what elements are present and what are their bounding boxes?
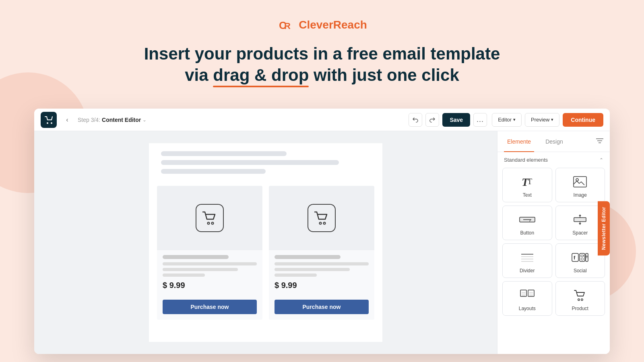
continue-button[interactable]: Continue xyxy=(563,113,603,127)
divider-element-label: Divider xyxy=(520,268,535,274)
page-header: C R CleverReach Insert your products in … xyxy=(0,0,644,86)
product-price-2: $ 9.99 xyxy=(275,281,369,290)
back-button[interactable]: ‹ xyxy=(62,114,73,125)
toolbar-logo xyxy=(41,112,57,128)
canvas-header xyxy=(149,143,382,182)
desc-bar-1-1 xyxy=(163,262,257,265)
main-area: $ 9.99 Purchase now xyxy=(34,131,610,354)
header-bar-1 xyxy=(161,151,287,156)
svg-point-7 xyxy=(320,222,322,224)
step-chevron-icon: ⌄ xyxy=(142,117,147,123)
newsletter-editor-tab[interactable]: Newsletter Editor xyxy=(598,201,610,255)
redo-button[interactable] xyxy=(425,113,439,127)
svg-rect-14 xyxy=(574,177,586,187)
products-row: $ 9.99 Purchase now xyxy=(149,182,382,328)
section-header-standard: Standard elements ⌃ xyxy=(497,152,610,168)
filter-icon[interactable] xyxy=(596,138,603,146)
button-element-label: Button xyxy=(520,230,534,236)
product-element-icon xyxy=(574,288,586,302)
product-image-2 xyxy=(269,186,374,250)
desc-bar-1-2 xyxy=(163,268,238,271)
editor-button[interactable]: Editor ▾ xyxy=(492,113,522,127)
element-divider[interactable]: Divider xyxy=(502,243,552,278)
logo-icon: C R xyxy=(277,16,295,34)
toolbar-right: Editor ▾ Preview ▾ Continue xyxy=(492,113,603,127)
text-element-label: Text xyxy=(523,192,532,198)
main-headline: Insert your products in a free email tem… xyxy=(144,43,500,86)
purchase-button-2[interactable]: Purchase now xyxy=(275,300,369,314)
element-layouts[interactable]: Layouts xyxy=(502,281,552,316)
element-button[interactable]: Button xyxy=(502,206,552,240)
svg-point-4 xyxy=(51,122,52,124)
preview-label: Preview xyxy=(531,117,549,123)
product-element-label: Product xyxy=(572,306,588,311)
step-label: Step 3/4: xyxy=(78,117,100,123)
layouts-element-icon xyxy=(520,288,535,302)
elements-grid: T T Text Image xyxy=(497,168,610,321)
button-element-icon xyxy=(519,212,535,227)
svg-point-3 xyxy=(47,122,48,124)
svg-text:T: T xyxy=(527,177,532,186)
headline-line1: Insert your products in a free email tem… xyxy=(144,43,500,65)
desc-bar-2-1 xyxy=(275,262,369,265)
tab-design-label: Design xyxy=(545,138,563,145)
svg-point-41 xyxy=(578,299,580,300)
panel-tabs: Elemente Design xyxy=(497,131,610,152)
header-bar-3 xyxy=(161,169,266,174)
tab-design[interactable]: Design xyxy=(542,131,566,152)
desc-bar-2-2 xyxy=(275,268,350,271)
image-element-icon xyxy=(573,175,587,189)
app-window: ‹ Step 3/4: Content Editor ⌄ Save ... xyxy=(34,109,610,354)
social-element-icon: f xyxy=(572,250,588,265)
product-desc-2 xyxy=(275,262,369,277)
element-product[interactable]: Product xyxy=(555,281,605,316)
element-image[interactable]: Image xyxy=(555,168,605,202)
product-title-bar-1 xyxy=(163,255,229,259)
undo-button[interactable] xyxy=(409,113,422,127)
undo-icon xyxy=(412,117,419,123)
desc-bar-2-3 xyxy=(275,274,317,277)
image-element-label: Image xyxy=(574,192,587,198)
save-button[interactable]: Save xyxy=(442,113,470,127)
editor-label: Editor xyxy=(498,117,512,123)
purchase-button-1[interactable]: Purchase now xyxy=(163,300,257,314)
headline-after: with just one click xyxy=(309,66,459,84)
product-title-bar-2 xyxy=(275,255,341,259)
tab-elements[interactable]: Elemente xyxy=(504,131,534,152)
headline-highlight: drag & drop xyxy=(213,65,309,86)
element-text[interactable]: T T Text xyxy=(502,168,552,202)
tab-elements-label: Elemente xyxy=(507,138,531,145)
svg-point-15 xyxy=(576,179,578,181)
section-standard-label: Standard elements xyxy=(504,157,548,163)
header-bar-2 xyxy=(161,160,339,165)
logo: C R CleverReach xyxy=(277,16,367,34)
svg-point-30 xyxy=(583,255,584,256)
product-details-2: $ 9.99 xyxy=(269,250,374,300)
redo-icon xyxy=(429,117,436,123)
logo-text: CleverReach xyxy=(299,19,367,31)
product-card-2: $ 9.99 Purchase now xyxy=(269,186,374,320)
divider-element-icon xyxy=(520,250,534,265)
svg-text:R: R xyxy=(284,21,291,31)
layouts-element-label: Layouts xyxy=(519,306,536,311)
email-canvas: $ 9.99 Purchase now xyxy=(149,143,382,342)
editor-chevron-icon: ▾ xyxy=(513,117,516,122)
more-button[interactable]: ... xyxy=(473,113,487,127)
cart-icon-box-2 xyxy=(308,204,336,232)
svg-point-29 xyxy=(581,258,584,260)
preview-button[interactable]: Preview ▾ xyxy=(525,113,559,127)
more-icon: ... xyxy=(477,115,484,124)
headline-before: via xyxy=(185,66,213,84)
section-chevron-icon: ⌃ xyxy=(599,157,603,163)
desc-bar-1-3 xyxy=(163,274,205,277)
product-desc-1 xyxy=(163,262,257,277)
spacer-element-icon xyxy=(574,212,586,227)
right-panel: Elemente Design Standard elements ⌃ xyxy=(497,131,610,354)
cart-icon-box-1 xyxy=(196,204,224,232)
social-element-label: Social xyxy=(574,268,587,274)
newsletter-tab-label: Newsletter Editor xyxy=(601,207,607,250)
spacer-element-label: Spacer xyxy=(572,230,588,236)
svg-point-8 xyxy=(324,222,326,224)
product-price-1: $ 9.99 xyxy=(163,281,257,290)
svg-point-5 xyxy=(208,222,210,224)
